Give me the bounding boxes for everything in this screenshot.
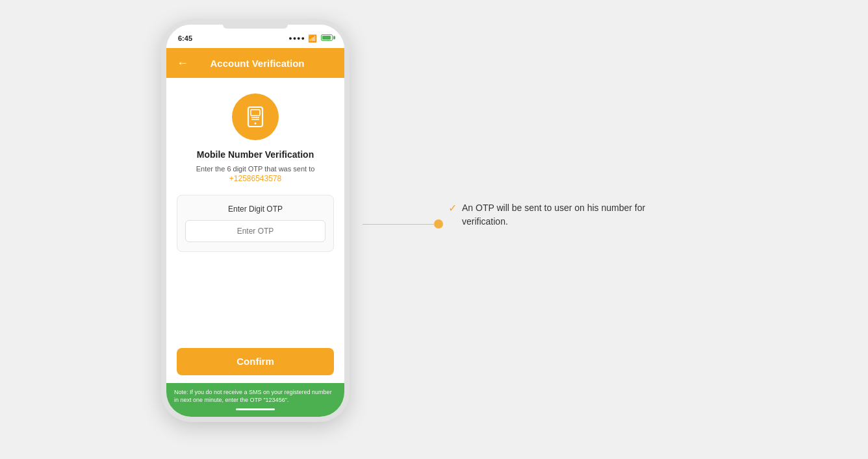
- svg-rect-1: [251, 110, 260, 116]
- status-icons: ●●●● 📶: [288, 34, 333, 43]
- confirm-area: Confirm: [166, 348, 344, 375]
- check-icon: ✓: [448, 202, 457, 214]
- phone-frame: 6:45 ●●●● 📶 ← Account Verification: [161, 19, 350, 422]
- verification-icon-circle: [232, 93, 279, 140]
- annotation-description: An OTP will be sent to user on his numbe…: [462, 201, 656, 229]
- otp-input[interactable]: [185, 220, 326, 242]
- phone-body: Mobile Number Verification Enter the 6 d…: [166, 78, 344, 348]
- status-time: 6:45: [178, 34, 192, 42]
- home-indicator: [236, 408, 275, 410]
- annotation-box: ✓ An OTP will be sent to user on his num…: [448, 201, 656, 229]
- phone-mockup: 6:45 ●●●● 📶 ← Account Verification: [161, 19, 350, 422]
- status-bar: 6:45 ●●●● 📶: [166, 25, 344, 48]
- signal-icon: ●●●●: [288, 35, 305, 42]
- app-header: ← Account Verification: [166, 48, 344, 78]
- mobile-verification-icon: [243, 105, 268, 129]
- otp-card: Enter Digit OTP: [177, 195, 334, 252]
- verification-title: Mobile Number Verification: [197, 149, 314, 160]
- verification-subtitle: Enter the 6 digit OTP that was sent to: [196, 165, 315, 173]
- annotation-text-group: ✓ An OTP will be sent to user on his num…: [448, 201, 656, 229]
- wifi-icon: 📶: [308, 34, 317, 43]
- annotation-dot: [434, 219, 443, 229]
- annotation-line-segment: [363, 224, 434, 225]
- annotation-connector: [363, 219, 443, 229]
- battery-icon-wrapper: [320, 34, 333, 42]
- footer-note: Note: If you do not receive a SMS on you…: [174, 388, 337, 404]
- phone-footer: Note: If you do not receive a SMS on you…: [166, 383, 344, 417]
- phone-number: +12586543578: [229, 174, 281, 183]
- main-scene: 6:45 ●●●● 📶 ← Account Verification: [0, 0, 868, 459]
- otp-label: Enter Digit OTP: [228, 205, 283, 214]
- svg-point-2: [255, 123, 257, 125]
- confirm-button[interactable]: Confirm: [177, 348, 334, 375]
- header-title: Account Verification: [196, 58, 318, 69]
- back-button[interactable]: ←: [177, 56, 188, 70]
